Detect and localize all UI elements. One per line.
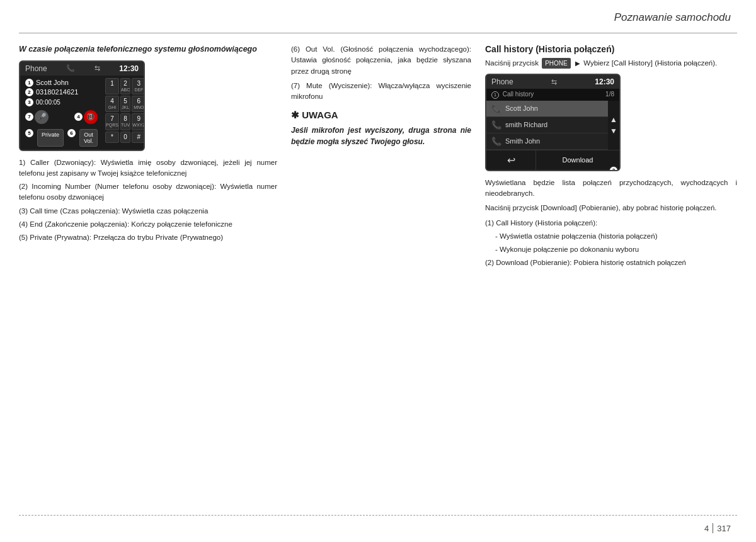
right-column: Call history (Historia połączeń) Naciśni… — [479, 44, 737, 507]
ann-text-3: (3) Call time (Czas połączenia): Wyświet… — [19, 206, 277, 217]
ann-text-1: 1) Caller (Dzwoniący): Wyświetla imię os… — [19, 157, 277, 179]
main-content: W czasie połączenia telefonicznego syste… — [19, 44, 737, 507]
phone1-bt-icon: ⇆ — [94, 64, 100, 72]
caller-name: Scott John — [36, 79, 69, 86]
ann-text-2: (2) Incoming Number (Numer telefonu osob… — [19, 181, 277, 203]
contact-icon-3: 📞 — [491, 137, 501, 146]
key-3[interactable]: 3DEF — [132, 78, 145, 94]
left-column: W czasie połączenia telefonicznego syste… — [19, 44, 284, 507]
left-numbered-list: 1) Caller (Dzwoniący): Wyświetla imię os… — [19, 157, 277, 244]
top-divider — [19, 33, 737, 33]
page-section: 4 — [704, 524, 709, 533]
sub-item-2-label: (2) Download (Pobieranie): Pobiera histo… — [485, 257, 737, 268]
contact-name-2: smith Richard — [505, 121, 603, 128]
phone-screen-2: Phone ⇆ 12:30 1 Call history 1/8 📞 Scott… — [485, 74, 621, 171]
page-title: Poznawanie samochodu — [614, 11, 731, 24]
key-hash[interactable]: # — [132, 132, 145, 143]
right-intro: Naciśnij przycisk PHONE ▶ Wybierz [Call … — [485, 58, 737, 69]
ph2-time: 12:30 — [595, 77, 614, 86]
right-desc-2: Naciśnij przycisk [Download] (Pobieranie… — [485, 203, 737, 213]
back-button[interactable]: ↩ — [486, 150, 536, 170]
ann-circle-7-wrap: 7 🎤 — [25, 110, 49, 124]
ph2-contact-3[interactable]: 📞 Smith John — [486, 133, 608, 150]
key-6[interactable]: 6MNO — [132, 96, 145, 112]
ph2-list: 📞 Scott John 📞 smith Richard 📞 Smith Joh… — [486, 101, 608, 150]
ph2-page-info: 1/8 — [605, 91, 614, 99]
contact-icon-1: 📞 — [491, 104, 501, 113]
key-7[interactable]: 7PQRS — [105, 113, 119, 130]
phone1-label: Phone — [25, 64, 47, 73]
phone1-time: 12:30 — [119, 64, 139, 73]
caller-info: 1 Scott John 2 03180214621 3 00:00:05 — [25, 79, 98, 106]
ph2-label: Phone — [491, 77, 513, 86]
ann-circle-6: 6 — [67, 129, 76, 137]
ph2-sub-header: 1 Call history 1/8 — [486, 89, 619, 101]
caller-number: 03180214621 — [36, 88, 78, 96]
phone1-keypad: 1 2ABC 3DEF 4GHI 5JKL 6MNO 7PQRS 8TUV 9W… — [103, 76, 145, 150]
uwaga-text: Jeśli mikrofon jest wyciszony, druga str… — [291, 125, 471, 147]
arrow-right: ▶ — [575, 59, 580, 68]
contact-name-1: Scott John — [505, 104, 603, 112]
footer-separator — [713, 523, 713, 533]
ann-circle-7: 7 — [25, 113, 33, 121]
middle-items: (6) Out Vol. (Głośność połączenia wychod… — [291, 44, 471, 102]
left-heading: W czasie połączenia telefonicznego syste… — [19, 44, 277, 55]
call-time: 00:00:05 — [36, 99, 60, 106]
contact-icon-2: 📞 — [491, 120, 501, 130]
ann-circle-5: 5 — [25, 129, 33, 137]
key-5[interactable]: 5JKL — [120, 96, 130, 112]
scroll-up-button[interactable]: ▲ — [610, 115, 617, 124]
mid-item-7: (7) Mute (Wyciszenie): Włącza/wyłącza wy… — [291, 81, 471, 103]
phone1-body: 1 Scott John 2 03180214621 3 00:00:05 — [20, 76, 144, 150]
key-2[interactable]: 2ABC — [120, 78, 130, 94]
ph2-body: 📞 Scott John 📞 smith Richard 📞 Smith Joh… — [486, 101, 619, 150]
key-0[interactable]: 0 — [120, 132, 130, 143]
sub-item-1a: - Wyświetla ostatnie połączenia (histori… — [495, 231, 737, 242]
download-button[interactable]: Download — [536, 152, 619, 167]
phone-screen-1: Phone 📞 ⇆ 12:30 1 Scott John 2 031802146… — [19, 60, 145, 151]
page-footer: 4 317 — [704, 523, 731, 533]
ann-circle-3: 3 — [25, 98, 33, 106]
uwaga-star: ✱ — [291, 110, 302, 120]
caller-name-row: 1 Scott John — [25, 79, 98, 87]
ph2-bt-icon: ⇆ — [551, 78, 557, 86]
ann-circle-4: 4 — [74, 113, 83, 121]
sub-item-1-label: (1) Call History (Historia połączeń): — [485, 218, 737, 229]
scroll-down-button[interactable]: ▼ — [610, 127, 617, 135]
ann-text-4: (4) End (Zakończenie połączenia): Kończy… — [19, 219, 277, 230]
outvol-button[interactable]: Out Vol. — [79, 129, 98, 147]
uwaga-title: ✱ ✱ UWAGAUWAGA — [291, 110, 471, 121]
ann-text-5: (5) Private (Prywatna): Przełącza do try… — [19, 232, 277, 243]
sub-item-1b: - Wykonuje połączenie po dokonaniu wybor… — [495, 244, 737, 255]
ph2-list-wrap: 📞 Scott John 📞 smith Richard 📞 Smith Joh… — [486, 101, 608, 150]
ann-circle-1: 1 — [25, 79, 33, 87]
ann-circle-2: 2 — [25, 88, 33, 96]
ph2-contact-2[interactable]: 📞 smith Richard — [486, 117, 608, 133]
right-title: Call history (Historia połączeń) — [485, 44, 737, 54]
mid-item-6: (6) Out Vol. (Głośność połączenia wychod… — [291, 44, 471, 77]
key-1[interactable]: 1 — [105, 78, 119, 94]
uwaga-box: ✱ ✱ UWAGAUWAGA Jeśli mikrofon jest wycis… — [291, 110, 471, 147]
mute-icon[interactable]: 🎤 — [35, 110, 49, 124]
key-9[interactable]: 9WXYZ — [132, 113, 145, 130]
page-number: 317 — [717, 524, 731, 533]
right-desc-1: Wyświetlana będzie lista połączeń przych… — [485, 178, 737, 200]
phone1-action-row: 5 Private 6 Out Vol. — [25, 129, 98, 147]
key-4[interactable]: 4GHI — [105, 96, 119, 112]
phone-badge: PHONE — [542, 58, 571, 69]
ann2-wrap: Download 2 — [536, 150, 619, 170]
key-star[interactable]: * — [105, 132, 119, 143]
private-button[interactable]: Private — [37, 129, 64, 147]
bottom-divider — [19, 515, 737, 516]
phone1-header: Phone 📞 ⇆ 12:30 — [20, 62, 144, 76]
keypad-grid: 1 2ABC 3DEF 4GHI 5JKL 6MNO 7PQRS 8TUV 9W… — [105, 78, 145, 143]
ann1-circle: 1 — [491, 91, 499, 99]
phone1-call-icon: 📞 — [66, 64, 75, 72]
ph2-contact-1[interactable]: 📞 Scott John — [486, 101, 608, 117]
right-sub-list: (1) Call History (Historia połączeń): - … — [485, 218, 737, 269]
key-8[interactable]: 8TUV — [120, 113, 130, 130]
end-call-icon[interactable]: 📵 — [84, 110, 98, 124]
ph2-footer: ↩ Download 2 — [486, 150, 619, 170]
ann-circle-4-wrap: 4 📵 — [74, 110, 98, 124]
ph2-header: Phone ⇆ 12:30 — [486, 75, 619, 89]
